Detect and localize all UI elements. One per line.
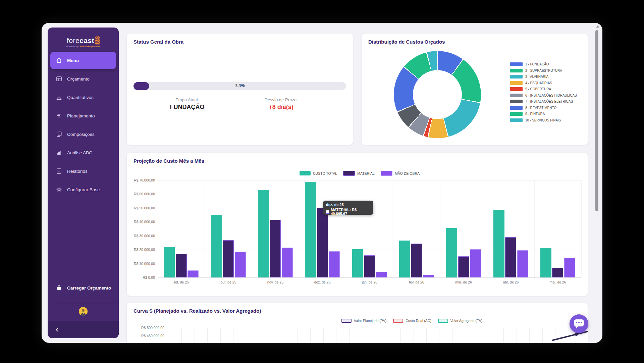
bar-m-o-de-obra[interactable] [187, 270, 199, 277]
etapa-atual-label: Etapa Atual: [140, 97, 234, 102]
sidebar-item-label: Análise ABC [67, 150, 92, 155]
sidebar-divider [57, 303, 116, 303]
bar-material[interactable] [364, 255, 375, 277]
distribuicao-custos-card: Distribuição de Custos Orçados 1 - FUNDA… [362, 34, 588, 145]
v-gridline [205, 180, 205, 277]
bar-material[interactable] [223, 240, 234, 277]
x-axis-tick: mai. de 26 [538, 280, 578, 284]
legend-label: CUSTO TOTAL [313, 171, 337, 175]
user-avatar[interactable] [79, 307, 88, 316]
donut-legend-item[interactable]: 8 - REVESTIMENTO [510, 106, 577, 110]
bar-material[interactable] [411, 244, 422, 277]
donut-legend-item[interactable]: 10 - SERVIÇOS FINAIS [510, 118, 577, 122]
bar-legend-item[interactable]: CUSTO TOTAL [300, 171, 337, 175]
legend-swatch [300, 171, 311, 175]
bar-custo-total[interactable] [352, 249, 363, 277]
chat-fab-button[interactable] [570, 314, 588, 333]
curva-legend-item[interactable]: Valor Agregado (EV) [438, 319, 483, 323]
donut-legend-item[interactable]: 2 - SUPRAESTRUTURA [510, 69, 577, 72]
bar-m-o-de-obra[interactable] [329, 251, 340, 277]
sidebar-item-carregar-orcamento[interactable]: Carregar Orçamento [50, 280, 116, 296]
bar-custo-total[interactable] [164, 247, 175, 277]
v-gridline [452, 328, 452, 343]
bar-material[interactable] [270, 220, 281, 277]
donut-legend-item[interactable]: 3 - ALVENARIA [510, 75, 577, 79]
legend-swatch [510, 94, 523, 97]
abc-analysis-icon [56, 149, 62, 156]
donut-legend-item[interactable]: 7 - INSTALAÇÕES ELETRICAS [510, 100, 577, 103]
bar-m-o-de-obra[interactable] [423, 275, 434, 277]
bar-m-o-de-obra[interactable] [282, 248, 293, 277]
v-gridline [375, 328, 375, 343]
briefcase-upload-icon [56, 284, 62, 291]
curva-s-card: Curva S (Planejado vs. Realizado vs. Val… [127, 303, 588, 343]
scroll-up-arrow-icon[interactable] [596, 25, 599, 28]
sidebar-item-menu[interactable]: Menu [50, 52, 116, 69]
y-axis-tick: R$ 50.000,00 [127, 206, 155, 210]
sidebar-item-relat-rios[interactable]: Relatórios [50, 162, 116, 180]
bar-material[interactable] [458, 256, 469, 277]
sidebar-item-quantitativos[interactable]: Quantitativos [50, 89, 116, 106]
bar-m-o-de-obra[interactable] [470, 249, 481, 277]
bar-legend-item[interactable]: MÃO DE OBRA [381, 171, 420, 176]
legend-label: Valor Planejado (PV) [354, 319, 386, 323]
legend-label: 8 - REVESTIMENTO [525, 106, 556, 110]
legend-swatch [510, 81, 523, 85]
bar-material[interactable] [505, 237, 516, 277]
donut-legend-item[interactable]: 1 - FUNDAÇÃO [510, 62, 577, 66]
v-gridline [285, 328, 285, 343]
bar-custo-total[interactable] [211, 215, 222, 277]
legend-swatch [510, 112, 523, 116]
curva-legend-item[interactable]: Valor Planejado (PV) [341, 319, 386, 323]
sidebar: forecast Powered by Canal da Engenharia … [48, 28, 119, 338]
bar-m-o-de-obra[interactable] [235, 252, 246, 277]
bar-custo-total[interactable] [399, 241, 410, 277]
sidebar-item-composi-es[interactable]: Composições [50, 125, 116, 143]
legend-swatch [343, 171, 355, 176]
bar-material[interactable] [552, 268, 563, 277]
sidebar-item-or-amento[interactable]: Orçamento [50, 70, 116, 88]
bar-m-o-de-obra[interactable] [517, 250, 528, 277]
v-gridline [259, 328, 259, 343]
donut-chart[interactable] [394, 51, 481, 138]
vertical-scrollbar[interactable] [595, 30, 598, 211]
v-gridline [534, 180, 535, 277]
logo-text: forecast [48, 36, 119, 45]
curva-legend-item[interactable]: Custo Real (AC) [393, 319, 431, 323]
legend-label: 2 - SUPRAESTRUTURA [525, 69, 562, 72]
donut-legend-item[interactable]: 4 - ESQUADRIAS [510, 81, 577, 85]
bar-material[interactable] [317, 208, 328, 277]
sidebar-item-planejamento[interactable]: Planejamento [50, 107, 116, 124]
legend-swatch [381, 171, 392, 176]
bar-custo-total[interactable] [305, 182, 316, 277]
x-axis-tick: dez. de 25 [302, 280, 342, 284]
legend-label: 5 - COBERTURA [525, 87, 551, 91]
legend-swatch [510, 118, 523, 122]
sidebar-item-label: Relatórios [67, 169, 88, 174]
bar-custo-total[interactable] [540, 248, 551, 277]
tooltip-material-swatch [326, 210, 329, 214]
curva-s-legend: Valor Planejado (PV)Custo Real (AC)Valor… [341, 319, 482, 323]
v-gridline [529, 328, 530, 343]
bar-m-o-de-obra[interactable] [376, 272, 387, 277]
donut-legend-item[interactable]: 5 - COBERTURA [510, 87, 577, 91]
bar-custo-total[interactable] [446, 228, 457, 277]
donut-legend-item[interactable]: 9 - PINTURA [510, 112, 577, 116]
v-gridline [581, 180, 582, 277]
h-gridline [158, 194, 581, 194]
sidebar-item-an-lise-abc[interactable]: Análise ABC [50, 144, 116, 161]
bar-custo-total[interactable] [258, 190, 269, 277]
donut-legend-item[interactable]: 6 - INSTALAÇÕES HIDRAULICAS [510, 94, 577, 97]
bar-legend-item[interactable]: MATERIAL [343, 171, 375, 176]
bar-material[interactable] [176, 254, 187, 277]
bar-m-o-de-obra[interactable] [564, 258, 575, 277]
planning-icon [56, 112, 62, 119]
v-gridline [414, 328, 414, 343]
desvio-prazo-value: +8 dia(s) [234, 104, 328, 111]
home-icon [56, 57, 62, 64]
etapa-atual-value: FUNDAÇÃO [140, 104, 234, 111]
sidebar-item-configurar-base[interactable]: Configurar Base [50, 181, 116, 198]
collapse-sidebar-button[interactable] [54, 327, 60, 333]
legend-swatch [393, 319, 403, 323]
bar-custo-total[interactable] [493, 210, 504, 277]
